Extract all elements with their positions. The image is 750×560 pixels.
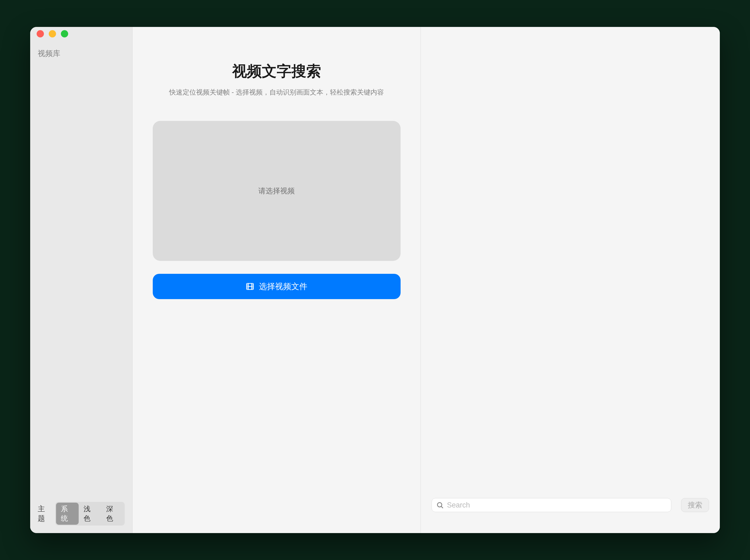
theme-segmented-control: 系统 浅色 深色 <box>55 502 125 525</box>
svg-line-9 <box>441 506 443 508</box>
sidebar-footer: 主题 系统 浅色 深色 <box>30 495 132 533</box>
app-window: 视频库 主题 系统 浅色 深色 视频文字搜索 快速定位视频关键帧 - 选择视频，… <box>30 27 720 533</box>
close-button[interactable] <box>37 30 44 37</box>
sidebar-title: 视频库 <box>30 48 132 59</box>
sidebar: 视频库 主题 系统 浅色 深色 <box>30 27 133 533</box>
right-spacer <box>421 27 720 498</box>
right-pane: 搜索 <box>421 27 720 533</box>
film-icon <box>246 283 254 290</box>
search-input[interactable] <box>447 501 667 510</box>
select-video-button[interactable]: 选择视频文件 <box>153 274 400 299</box>
search-icon <box>436 501 444 509</box>
theme-option-dark[interactable]: 深色 <box>101 503 124 525</box>
page-title: 视频文字搜索 <box>232 61 321 81</box>
theme-option-system[interactable]: 系统 <box>56 503 79 525</box>
titlebar <box>30 27 720 40</box>
sidebar-spacer <box>30 59 132 495</box>
page-subtitle: 快速定位视频关键帧 - 选择视频，自动识别画面文本，轻松搜索关键内容 <box>169 88 384 97</box>
center-pane: 视频文字搜索 快速定位视频关键帧 - 选择视频，自动识别画面文本，轻松搜索关键内… <box>133 27 421 533</box>
main-area: 视频库 主题 系统 浅色 深色 视频文字搜索 快速定位视频关键帧 - 选择视频，… <box>30 27 720 533</box>
maximize-button[interactable] <box>61 30 68 37</box>
search-button[interactable]: 搜索 <box>681 498 709 512</box>
video-placeholder-text: 请选择视频 <box>258 186 295 196</box>
theme-label: 主题 <box>38 504 52 523</box>
video-placeholder[interactable]: 请选择视频 <box>153 121 400 261</box>
minimize-button[interactable] <box>49 30 56 37</box>
select-button-label: 选择视频文件 <box>259 281 308 292</box>
theme-option-light[interactable]: 浅色 <box>79 503 101 525</box>
window-controls <box>37 30 68 37</box>
search-row: 搜索 <box>421 498 720 533</box>
search-box[interactable] <box>432 498 671 512</box>
